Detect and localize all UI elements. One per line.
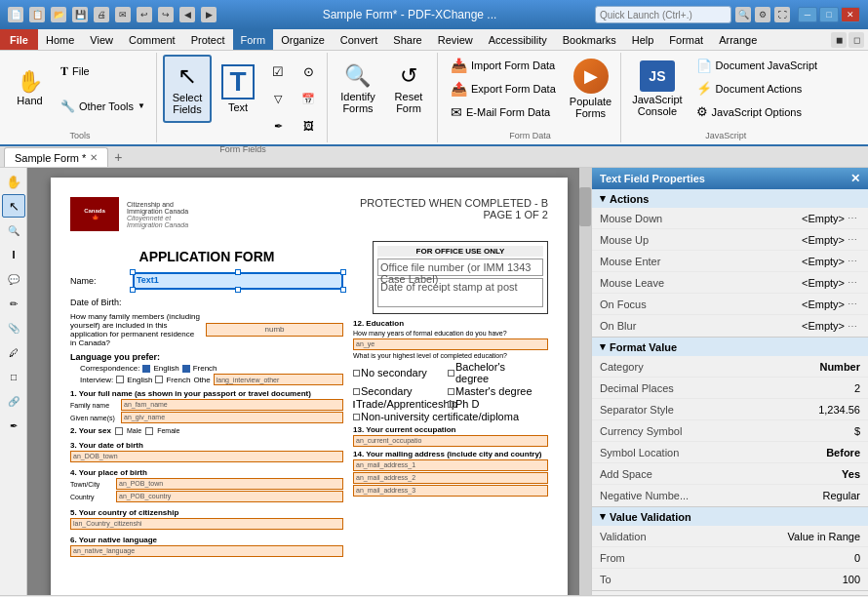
scroll-thumb[interactable] [579,187,591,226]
panel-close-button[interactable]: ✕ [850,172,860,185]
menu-review[interactable]: Review [430,29,481,50]
value-validation-header[interactable]: ▾ Value Validation [592,507,868,526]
s3-field[interactable]: an_DOB_town [70,451,343,462]
on-focus-menu[interactable]: ⋯ [845,297,860,312]
handle-bl[interactable] [130,287,136,293]
settings-icon[interactable]: ⚙ [755,7,770,22]
quick-launch-input[interactable] [595,6,731,23]
menu-view[interactable]: View [82,29,121,50]
tab-close-button[interactable]: ✕ [90,152,98,163]
s5-field[interactable]: lan_Country_citizenshi [70,518,343,530]
fullscreen-icon[interactable]: ⛶ [774,7,790,22]
menu-file[interactable]: File [0,29,38,50]
select-fields-button[interactable]: ↖ SelectFields [163,55,212,123]
actions-header[interactable]: ▾ Actions [592,189,868,208]
maximize-button[interactable]: □ [819,7,839,22]
document-actions-button[interactable]: ⚡ Document Actions [690,79,825,99]
minimize-button[interactable]: ─ [798,7,817,22]
s13-field[interactable]: an_current_occupatio [353,435,548,447]
menu-protect[interactable]: Protect [183,29,233,50]
document-javascript-button[interactable]: 📄 Document JavaScript [690,56,825,75]
signature-button[interactable]: ✒ [264,113,293,139]
email-icon[interactable]: ✉ [115,7,131,22]
hand-button[interactable]: ✋ Hand [8,55,52,123]
s1-family-field[interactable]: an_fam_name [121,399,343,411]
menu-accessibility[interactable]: Accessibility [481,29,555,50]
import-form-data-button[interactable]: 📥 Import Form Data [444,56,563,75]
forward-icon[interactable]: ▶ [201,7,217,22]
attach-tool[interactable]: 📎 [2,316,25,339]
hand-tool[interactable]: ✋ [2,170,25,193]
mouse-leave-menu[interactable]: ⋯ [845,275,860,291]
menu-share[interactable]: Share [385,29,429,50]
menu-format[interactable]: Format [661,29,711,50]
document-tab[interactable]: Sample Form * ✕ [4,147,108,167]
mouse-down-menu[interactable]: ⋯ [845,211,860,226]
link-tool[interactable]: 🔗 [2,389,25,413]
receipt-field[interactable]: Date of receipt stamp at post [377,278,543,307]
javascript-options-button[interactable]: ⚙ JavaScript Options [690,102,825,122]
back-icon[interactable]: ◀ [179,7,195,22]
mouse-up-menu[interactable]: ⋯ [845,232,860,248]
on-blur-menu[interactable]: ⋯ [845,318,860,334]
handle-tm[interactable] [235,269,241,275]
s14-field1[interactable]: an_mail_address_1 [353,459,548,471]
new-tab-button[interactable]: + [108,147,128,167]
menu-form[interactable]: Form [233,29,274,50]
text-tool[interactable]: I [2,243,25,266]
mouse-enter-menu[interactable]: ⋯ [845,254,860,269]
s6-field[interactable]: an_native_language [70,545,343,557]
radio-button[interactable]: ⊙ [295,59,323,84]
s14-field2[interactable]: an_mail_address_2 [353,472,548,484]
menu-help[interactable]: Help [624,29,662,50]
interview-english-check[interactable] [116,376,124,383]
interview-french-check[interactable] [155,376,163,383]
redo-icon[interactable]: ↪ [158,7,174,22]
other-tools-button[interactable]: 🔧 Other Tools ▼ [54,97,152,116]
handle-tr[interactable] [340,269,346,275]
note-tool[interactable]: ✏ [2,292,25,315]
reset-form-button[interactable]: ↺ ResetForm [384,55,433,123]
javascript-console-button[interactable]: JS JavaScriptConsole [627,55,687,123]
print-icon[interactable]: 🖨 [94,7,109,22]
checkbox-button[interactable]: ☑ [264,59,293,84]
text-button[interactable]: T Text [214,55,262,123]
zoom-tool[interactable]: 🔍 [2,219,25,242]
s2-male-check[interactable] [115,427,123,435]
dropdown-button[interactable]: ▽ [264,86,293,111]
format-value-header[interactable]: ▾ Format Value [592,338,868,356]
s4-town-field[interactable]: an_POB_town [116,478,343,490]
s4-country-field[interactable]: an_POB_country [116,491,343,502]
handle-br[interactable] [340,287,346,293]
close-button[interactable]: ✕ [841,7,860,22]
office-file-field[interactable]: Office file number (or IMM 1343 Case Lab… [377,259,543,276]
menu-comment[interactable]: Comment [121,29,183,50]
image-button[interactable]: 🖼 [295,113,323,139]
scrollbar[interactable] [579,168,591,595]
identify-forms-button[interactable]: 🔍 IdentifyForms [334,55,382,123]
ribbon-icon-1[interactable]: ◼ [831,32,847,48]
export-form-data-button[interactable]: 📤 Export Form Data [444,79,563,99]
menu-bookmarks[interactable]: Bookmarks [555,29,624,50]
open-icon[interactable]: 📂 [51,7,66,22]
lang-interview-field[interactable]: lang_interview_other [214,374,343,385]
menu-arrange[interactable]: Arrange [711,29,765,50]
menu-home[interactable]: Home [38,29,82,50]
select-text-button[interactable]: 𝐓 File [54,61,152,81]
comment-tool[interactable]: 💬 [2,267,25,291]
new-icon[interactable]: 📋 [29,7,45,22]
shape-tool[interactable]: □ [2,365,25,388]
ribbon-icon-2[interactable]: ◻ [848,32,864,48]
menu-convert[interactable]: Convert [333,29,386,50]
s1-given-field[interactable]: an_giv_name [121,412,343,423]
pointer-tool[interactable]: ↖ [2,194,25,218]
family-members-field[interactable]: numb [206,323,343,337]
handle-tl[interactable] [130,269,136,275]
search-icon[interactable]: 🔍 [735,7,751,22]
date-button[interactable]: 📅 [295,86,323,111]
save-icon[interactable]: 💾 [72,7,88,22]
sign-tool[interactable]: ✒ [2,414,25,437]
handle-bm[interactable] [235,287,241,293]
s12-years-field[interactable]: an_ye [353,338,548,350]
s14-field3[interactable]: an_mail_address_3 [353,485,548,497]
